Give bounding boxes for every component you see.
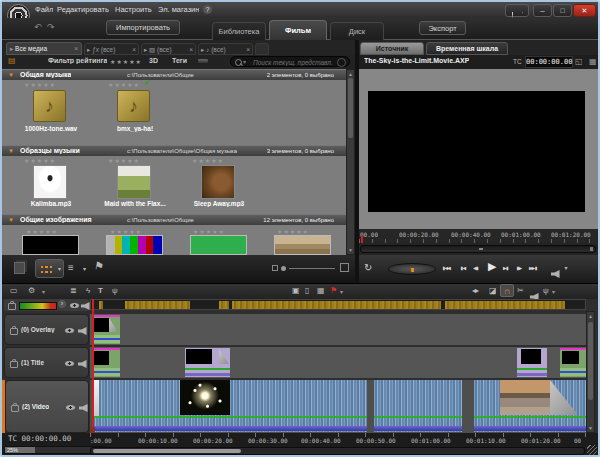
lock-icon[interactable] bbox=[10, 328, 18, 335]
marker-icon[interactable]: ⚑ bbox=[330, 286, 337, 295]
media-item-colorbars[interactable] bbox=[106, 235, 163, 255]
eye-icon[interactable] bbox=[66, 405, 75, 410]
dual-view-icon[interactable]: ▦ bbox=[589, 57, 597, 66]
library-tab-music[interactable]: ▸ ♪ (все) × bbox=[198, 43, 253, 55]
collapse-icon[interactable]: ▼ bbox=[8, 72, 14, 78]
search-box[interactable]: ▾ bbox=[230, 56, 350, 67]
filter-3d-label[interactable]: 3D bbox=[149, 57, 158, 64]
speaker-icon[interactable] bbox=[79, 404, 88, 412]
audio-mixer-icon[interactable]: ≣ bbox=[70, 286, 77, 295]
media-item[interactable]: ★★★★★ ♪ 1000Hz-tone.wav bbox=[20, 81, 82, 141]
mic-tool-icon[interactable]: ψ bbox=[543, 286, 549, 295]
scroll-down-icon[interactable]: ▼ bbox=[348, 247, 353, 253]
camera-icon[interactable]: ▦ bbox=[317, 286, 325, 295]
library-scrollbar[interactable]: ▲ ▼ bbox=[346, 69, 355, 255]
rating-filter-stars[interactable]: ★★★★★ bbox=[110, 58, 142, 65]
step-forward-button[interactable]: ▶▮ bbox=[503, 264, 508, 271]
timeline-scrollbar[interactable]: ▲ ▼ bbox=[586, 311, 595, 433]
search-input[interactable] bbox=[251, 57, 341, 68]
media-item-photo[interactable] bbox=[274, 235, 331, 255]
title-clip[interactable] bbox=[560, 348, 586, 377]
track-header-video[interactable]: (2) Video bbox=[5, 380, 89, 433]
speaker-icon[interactable] bbox=[78, 327, 87, 335]
maximize-button[interactable]: □ bbox=[553, 4, 572, 17]
media-item[interactable]: ★★★★★ ✔ ♪ bmx_ya-ha! bbox=[104, 81, 166, 141]
zoom-out-icon[interactable] bbox=[272, 265, 278, 271]
video-clip-fireworks-thumbnail[interactable] bbox=[180, 380, 230, 415]
lock-icon[interactable] bbox=[10, 361, 18, 368]
media-item[interactable]: ★★★★★ Maid with the Flax... bbox=[102, 157, 168, 213]
item-rating-stars[interactable]: ★★★★★ bbox=[193, 228, 225, 235]
speaker-icon[interactable] bbox=[78, 360, 87, 368]
speaker-icon[interactable] bbox=[81, 302, 90, 310]
timeline-timecode[interactable]: TC 00:00:00.00 bbox=[8, 434, 71, 443]
timeline-ruler[interactable]: :00.00 00:00:10.00 00:00:20.00 00:00:30.… bbox=[90, 433, 586, 446]
close-tab-icon[interactable]: × bbox=[189, 44, 193, 55]
trash-icon[interactable]: ▯ bbox=[305, 286, 309, 295]
tags-label[interactable]: Теги bbox=[172, 57, 187, 64]
item-rating-stars[interactable]: ★★★★★ bbox=[192, 157, 224, 164]
master-level-meter[interactable] bbox=[19, 302, 57, 310]
expand-arrow-icon[interactable]: › bbox=[58, 300, 66, 308]
undo-icon[interactable]: ↶ bbox=[34, 22, 42, 32]
list-view-button[interactable]: ≡ ▾ bbox=[66, 261, 88, 276]
collapse-icon[interactable]: ▼ bbox=[8, 217, 14, 223]
magnet-snap-button[interactable]: ∩ bbox=[500, 284, 514, 297]
lock-icon[interactable] bbox=[11, 405, 19, 412]
collapse-icon[interactable]: ▼ bbox=[8, 148, 14, 154]
video-clip[interactable] bbox=[374, 380, 462, 432]
razor-icon[interactable]: ϟ bbox=[86, 286, 90, 295]
item-rating-stars[interactable]: ★★★★★ bbox=[24, 157, 56, 164]
player-timecode[interactable]: 00:00:00.00 bbox=[525, 56, 573, 68]
caret-icon[interactable]: ▾ bbox=[552, 288, 555, 295]
item-rating-stars[interactable]: ★★★★★ bbox=[110, 228, 142, 235]
resize-grip[interactable] bbox=[587, 445, 597, 455]
timeline-hscrollbar[interactable] bbox=[90, 447, 585, 455]
title-clip[interactable] bbox=[92, 348, 120, 377]
scroll-down-icon[interactable]: ▼ bbox=[588, 425, 593, 431]
item-rating-stars[interactable]: ★★★★★ bbox=[108, 157, 140, 164]
jump-start-button[interactable]: ▮◀◀ bbox=[442, 264, 450, 271]
player-tab-source[interactable]: Источник bbox=[360, 42, 424, 55]
eye-icon[interactable] bbox=[65, 328, 74, 333]
close-button[interactable]: ✕ bbox=[573, 4, 596, 17]
scrubber-thumb[interactable] bbox=[479, 248, 483, 250]
split-clip-icon[interactable]: ✂ bbox=[517, 286, 524, 295]
transition-icon[interactable]: ◪ bbox=[489, 286, 497, 295]
title-editor-icon[interactable]: T bbox=[98, 286, 103, 295]
timeline-navigator[interactable] bbox=[90, 299, 586, 310]
menu-setup[interactable]: Настроить bbox=[115, 5, 152, 14]
volume-button[interactable]: ▾ bbox=[551, 264, 567, 282]
import-button[interactable]: Импортировать bbox=[106, 20, 180, 35]
close-tab-icon[interactable]: × bbox=[132, 44, 136, 55]
player-tab-timeline[interactable]: Временная шкала bbox=[426, 42, 508, 55]
section-header-music-samples[interactable]: ▼ Образцы музыки с:\Пользователи\Общие\О… bbox=[2, 145, 346, 156]
tab-export[interactable]: Экспорт bbox=[419, 21, 466, 35]
timeline-playhead[interactable] bbox=[92, 299, 94, 433]
redo-icon[interactable]: ↷ bbox=[47, 22, 55, 32]
add-collection-icon[interactable]: ▤ bbox=[8, 57, 16, 65]
tab-library[interactable]: Библиотека bbox=[212, 22, 266, 40]
frame-grab-icon[interactable]: ◱ bbox=[575, 57, 583, 66]
item-rating-stars[interactable]: ★★★★★ bbox=[26, 228, 58, 235]
scroll-up-icon[interactable]: ▲ bbox=[348, 71, 353, 77]
loop-playback-icon[interactable]: ↻ bbox=[364, 262, 372, 273]
voiceover-mic-icon[interactable]: ψ bbox=[112, 286, 118, 295]
menu-file[interactable]: Файл bbox=[35, 5, 53, 14]
title-clip[interactable] bbox=[185, 348, 230, 377]
library-tab-photos[interactable]: ▸ ▨ (все) × bbox=[141, 43, 196, 55]
item-rating-stars[interactable]: ★★★★★ bbox=[108, 81, 140, 88]
library-tab-effects[interactable]: ▸ ƒx (все) × bbox=[84, 43, 139, 55]
next-clip-button[interactable]: ▮▶ bbox=[516, 264, 521, 271]
menu-edit[interactable]: Редактировать bbox=[57, 5, 109, 14]
item-rating-stars[interactable]: ★★★★★ bbox=[277, 228, 309, 235]
zoom-in-icon[interactable] bbox=[340, 263, 349, 272]
section-header-common-music[interactable]: ▼ Общая музыка с:\Пользователи\Общие 2 э… bbox=[2, 69, 346, 80]
grid-view-button[interactable]: ▾ bbox=[35, 259, 64, 278]
step-back-button[interactable]: ◀▮ bbox=[473, 264, 478, 271]
scroll-up-icon[interactable]: ▲ bbox=[588, 313, 593, 319]
thumbnail-zoom-slider[interactable] bbox=[289, 268, 335, 269]
tab-movie[interactable]: Фильм bbox=[269, 20, 327, 40]
lock-icon[interactable] bbox=[8, 303, 16, 310]
title-track-lane[interactable] bbox=[90, 347, 586, 378]
